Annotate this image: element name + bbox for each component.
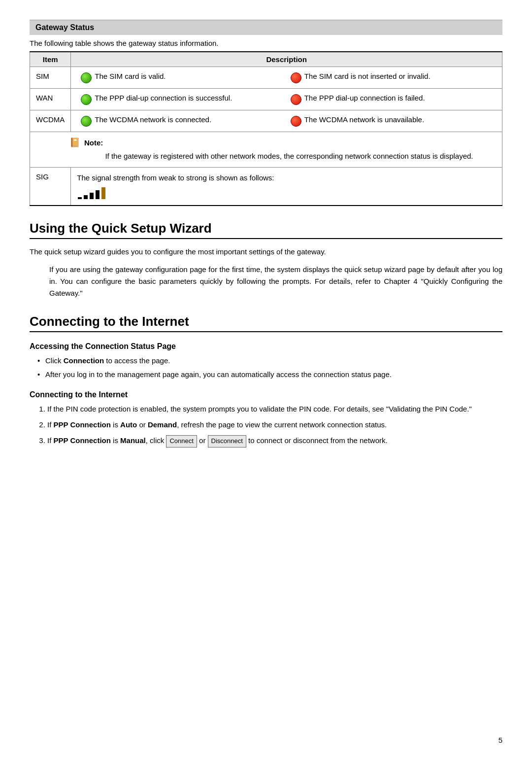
step3-end: to connect or disconnect from the networ… bbox=[248, 436, 388, 445]
table-row-sig: SIG The signal strength from weak to str… bbox=[30, 167, 502, 206]
signal-bars-svg bbox=[77, 186, 116, 200]
green-dot-wan bbox=[81, 94, 92, 105]
connect-button[interactable]: Connect bbox=[166, 435, 197, 448]
connection-bold: Connection bbox=[64, 356, 104, 365]
step2-bold2: Auto bbox=[120, 420, 137, 429]
step2-suffix: , refresh the page to view the current n… bbox=[177, 420, 387, 429]
step2-prefix: If bbox=[47, 420, 54, 429]
item-label-sim: SIM bbox=[30, 67, 71, 89]
step2-bold1: PPP Connection bbox=[54, 420, 111, 429]
table-row: WAN The PPP dial-up connection is succes… bbox=[30, 89, 502, 110]
wan-desc-cell: The PPP dial-up connection is successful… bbox=[71, 89, 502, 110]
green-dot-wcdma bbox=[81, 116, 92, 127]
svg-rect-5 bbox=[101, 187, 105, 199]
note-book-icon: 📔 bbox=[69, 137, 80, 148]
wcdma-good-text: The WCDMA network is connected. bbox=[95, 115, 211, 124]
svg-rect-1 bbox=[84, 195, 88, 199]
col-header-description: Description bbox=[71, 52, 502, 67]
list-item: Click Connection to access the page. bbox=[39, 355, 502, 367]
disconnect-button[interactable]: Disconnect bbox=[208, 435, 246, 448]
step3-or: or bbox=[199, 436, 208, 445]
sig-desc-cell: The signal strength from weak to strong … bbox=[71, 167, 502, 206]
internet-subheading: Connecting to the Internet bbox=[30, 390, 502, 399]
item-label-wan: WAN bbox=[30, 89, 71, 110]
wan-bad: The PPP dial-up connection is failed. bbox=[287, 94, 496, 105]
table-row: WCDMA The WCDMA network is connected. Th… bbox=[30, 110, 502, 132]
red-dot-wcdma bbox=[291, 116, 301, 127]
connecting-heading: Connecting to the Internet bbox=[30, 314, 502, 332]
note-text: If the gateway is registered with other … bbox=[69, 151, 496, 162]
quick-setup-para1: The quick setup wizard guides you to con… bbox=[30, 246, 502, 258]
wcdma-bad: The WCDMA network is unavailable. bbox=[287, 115, 496, 127]
quick-setup-para2: If you are using the gateway configurati… bbox=[30, 264, 502, 299]
status-table: Item Description SIM The SIM card is val… bbox=[30, 51, 502, 206]
sim-good: The SIM card is valid. bbox=[77, 72, 286, 83]
note-cell: 📔 Note: If the gateway is registered wit… bbox=[30, 132, 502, 168]
col-header-item: Item bbox=[30, 52, 71, 67]
item-label-wcdma: WCDMA bbox=[30, 110, 71, 132]
list-item: If PPP Connection is Auto or Demand, ref… bbox=[47, 419, 502, 431]
wan-good: The PPP dial-up connection is successful… bbox=[77, 94, 286, 105]
access-subheading: Accessing the Connection Status Page bbox=[30, 342, 502, 351]
connecting-section: Connecting to the Internet Accessing the… bbox=[30, 314, 502, 448]
list-item: If the PIN code protection is enabled, t… bbox=[47, 403, 502, 415]
red-dot-wan bbox=[291, 94, 301, 105]
svg-rect-2 bbox=[90, 193, 94, 199]
gateway-status-section: Gateway Status The following table shows… bbox=[30, 20, 502, 206]
note-title-line: 📔 Note: bbox=[69, 137, 496, 148]
step2-mid: is bbox=[111, 420, 120, 429]
step3-bold1: PPP Connection bbox=[54, 436, 111, 445]
wan-good-text: The PPP dial-up connection is successful… bbox=[95, 94, 232, 102]
item-label-sig: SIG bbox=[30, 167, 71, 206]
note-label: Note: bbox=[84, 138, 103, 147]
green-dot-sim bbox=[81, 72, 92, 83]
quick-setup-heading: Using the Quick Setup Wizard bbox=[30, 221, 502, 239]
step2-or: or bbox=[137, 420, 148, 429]
red-dot-sim bbox=[291, 72, 301, 83]
list-item: If PPP Connection is Manual, click Conne… bbox=[47, 435, 502, 448]
quick-setup-section: Using the Quick Setup Wizard The quick s… bbox=[30, 221, 502, 299]
signal-bars bbox=[77, 186, 496, 200]
gateway-status-heading: Gateway Status bbox=[30, 20, 502, 35]
sim-bad-text: The SIM card is not inserted or invalid. bbox=[304, 72, 431, 80]
wcdma-bad-text: The WCDMA network is unavailable. bbox=[304, 115, 424, 124]
sim-desc-cell: The SIM card is valid. The SIM card is n… bbox=[71, 67, 502, 89]
sim-good-text: The SIM card is valid. bbox=[95, 72, 166, 80]
sim-bad: The SIM card is not inserted or invalid. bbox=[287, 72, 496, 83]
table-row-note: 📔 Note: If the gateway is registered wit… bbox=[30, 132, 502, 168]
wcdma-desc-cell: The WCDMA network is connected. The WCDM… bbox=[71, 110, 502, 132]
list-item: After you log in to the management page … bbox=[39, 369, 502, 380]
svg-rect-0 bbox=[78, 197, 82, 199]
step3-suffix: , click bbox=[146, 436, 165, 445]
svg-rect-3 bbox=[96, 190, 100, 199]
step2-bold3: Demand bbox=[148, 420, 177, 429]
sig-desc-text: The signal strength from weak to strong … bbox=[77, 172, 496, 184]
step3-mid: is bbox=[111, 436, 120, 445]
step3-bold2: Manual bbox=[120, 436, 146, 445]
wan-bad-text: The PPP dial-up connection is failed. bbox=[304, 94, 425, 102]
page-number: 5 bbox=[499, 736, 502, 744]
note-content: 📔 Note: If the gateway is registered wit… bbox=[69, 137, 496, 162]
wcdma-good: The WCDMA network is connected. bbox=[77, 115, 286, 127]
table-row: SIM The SIM card is valid. The SIM card … bbox=[30, 67, 502, 89]
connect-steps-list: If the PIN code protection is enabled, t… bbox=[30, 403, 502, 448]
access-bullet-list: Click Connection to access the page. Aft… bbox=[30, 355, 502, 380]
step3-prefix: If bbox=[47, 436, 54, 445]
table-intro: The following table shows the gateway st… bbox=[30, 39, 502, 47]
